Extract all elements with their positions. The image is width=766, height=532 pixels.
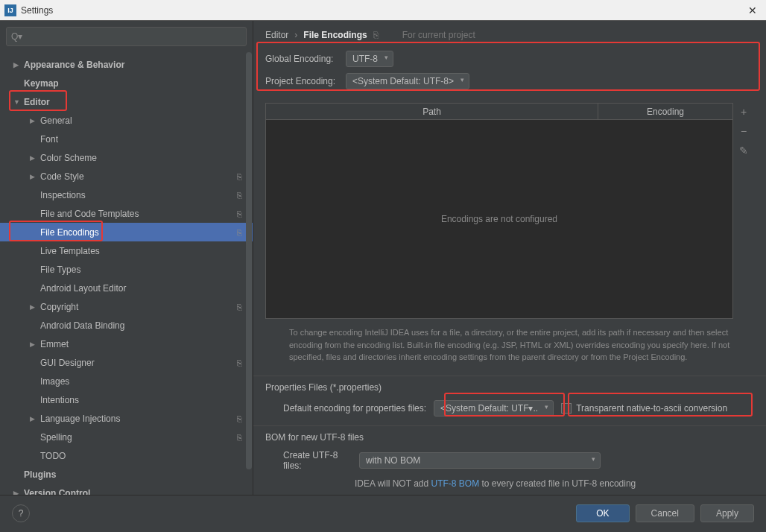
tree-item-android-data-binding[interactable]: Android Data Binding bbox=[0, 316, 253, 335]
search-input[interactable]: Q▾ bbox=[6, 27, 247, 46]
footer: ? OK Cancel Apply bbox=[0, 495, 766, 531]
tree-item-label: Android Layout Editor bbox=[40, 283, 126, 294]
tree-item-color-scheme[interactable]: ▶Color Scheme bbox=[0, 148, 253, 167]
transparent-ascii-checkbox[interactable]: Transparent native-to-ascii conversion bbox=[561, 403, 727, 414]
search-icon: Q▾ bbox=[11, 31, 22, 42]
utf8-bom-link[interactable]: UTF-8 BOM bbox=[431, 478, 479, 489]
arrow-icon: ▶ bbox=[30, 303, 37, 311]
tree-item-gui-designer[interactable]: GUI Designer⎘ bbox=[0, 353, 253, 372]
tree-item-editor[interactable]: ▼Editor bbox=[0, 92, 253, 111]
bom-section-title: BOM for new UTF-8 files bbox=[253, 425, 766, 446]
tree-item-live-templates[interactable]: Live Templates bbox=[0, 241, 253, 260]
tree-item-label: Spelling bbox=[40, 432, 72, 443]
help-button[interactable]: ? bbox=[12, 504, 30, 522]
breadcrumb-editor: Editor bbox=[265, 30, 288, 40]
tree-item-keymap[interactable]: Keymap bbox=[0, 74, 253, 92]
copy-icon: ⎘ bbox=[237, 358, 242, 367]
minus-icon[interactable]: − bbox=[741, 125, 747, 137]
copy-icon: ⎘ bbox=[237, 209, 242, 218]
tree-item-file-encodings[interactable]: File Encodings⎘ bbox=[0, 223, 253, 241]
project-encoding-dropdown[interactable]: <System Default: UTF-8> bbox=[346, 73, 469, 89]
tree-item-todo[interactable]: TODO bbox=[0, 446, 253, 465]
copy-icon: ⎘ bbox=[237, 172, 242, 181]
tree-item-label: Images bbox=[40, 376, 69, 387]
tree-item-label: Inspections bbox=[40, 190, 86, 200]
breadcrumb: Editor › File Encodings ⎘ For current pr… bbox=[253, 21, 766, 46]
app-icon: IJ bbox=[4, 4, 16, 16]
tree-item-label: Live Templates bbox=[40, 246, 100, 256]
tree-item-intentions[interactable]: Intentions bbox=[0, 390, 253, 409]
tree-item-label: General bbox=[40, 115, 72, 126]
apply-button[interactable]: Apply bbox=[700, 504, 754, 522]
tree-item-label: Android Data Binding bbox=[40, 320, 124, 331]
tree-item-general[interactable]: ▶General bbox=[0, 111, 253, 130]
copy-icon: ⎘ bbox=[237, 191, 242, 200]
tree-item-images[interactable]: Images bbox=[0, 372, 253, 390]
th-encoding[interactable]: Encoding bbox=[598, 104, 732, 119]
tree-item-label: Plugins bbox=[24, 469, 56, 480]
close-icon[interactable]: ✕ bbox=[744, 4, 762, 16]
encodings-table: Path Encoding Encodings are not configur… bbox=[265, 103, 733, 319]
cancel-button[interactable]: Cancel bbox=[636, 504, 694, 522]
tree-item-spelling[interactable]: Spelling⎘ bbox=[0, 428, 253, 446]
titlebar: IJ Settings ✕ bbox=[0, 0, 766, 21]
arrow-icon: ▶ bbox=[13, 490, 21, 495]
tree-item-label: File Types bbox=[40, 265, 80, 275]
global-encoding-label: Global Encoding: bbox=[265, 54, 346, 64]
table-toolbar: + − ✎ bbox=[733, 103, 754, 319]
tree-item-label: Language Injections bbox=[40, 414, 120, 424]
tree-item-android-layout-editor[interactable]: Android Layout Editor bbox=[0, 279, 253, 297]
tree-item-version-control[interactable]: ▶Version Control bbox=[0, 484, 253, 495]
tree-item-label: Keymap bbox=[24, 78, 59, 89]
ok-button[interactable]: OK bbox=[576, 504, 629, 522]
sidebar: Q▾ ▶Appearance & BehaviorKeymap▼Editor▶G… bbox=[0, 21, 253, 495]
global-encoding-dropdown[interactable]: UTF-8 bbox=[346, 51, 393, 67]
copy-icon: ⎘ bbox=[237, 228, 242, 237]
copy-icon: ⎘ bbox=[237, 303, 242, 311]
window-title: Settings bbox=[21, 5, 744, 16]
tree-item-emmet[interactable]: ▶Emmet bbox=[0, 335, 253, 353]
breadcrumb-file-encodings: File Encodings bbox=[303, 30, 367, 40]
tree-item-code-style[interactable]: ▶Code Style⎘ bbox=[0, 167, 253, 186]
tree-item-label: Code Style bbox=[40, 171, 84, 182]
tree-item-file-types[interactable]: File Types bbox=[0, 260, 253, 279]
arrow-icon: ▶ bbox=[30, 154, 37, 162]
tree-item-label: Editor bbox=[24, 97, 50, 107]
arrow-icon: ▶ bbox=[13, 61, 21, 69]
tree-item-inspections[interactable]: Inspections⎘ bbox=[0, 186, 253, 204]
tree-item-label: GUI Designer bbox=[40, 358, 95, 368]
properties-encoding-label: Default encoding for properties files: bbox=[283, 403, 426, 414]
th-path[interactable]: Path bbox=[266, 104, 598, 119]
tree-item-label: Color Scheme bbox=[40, 153, 97, 163]
bom-note: IDEA will NOT add UTF-8 BOM to every cre… bbox=[253, 475, 766, 493]
create-utf8-label: Create UTF-8 files: bbox=[283, 450, 352, 471]
tree-item-label: Font bbox=[40, 134, 58, 145]
tree-item-language-injections[interactable]: ▶Language Injections⎘ bbox=[0, 409, 253, 428]
arrow-icon: ▶ bbox=[30, 415, 37, 422]
settings-tree: ▶Appearance & BehaviorKeymap▼Editor▶Gene… bbox=[0, 52, 253, 495]
sidebar-scrollbar[interactable] bbox=[245, 52, 253, 495]
help-text: To change encoding IntelliJ IDEA uses fo… bbox=[253, 319, 766, 371]
properties-encoding-dropdown[interactable]: <System Default: UTF▾.. bbox=[434, 400, 554, 417]
tree-item-appearance-behavior[interactable]: ▶Appearance & Behavior bbox=[0, 55, 253, 74]
content-panel: Editor › File Encodings ⎘ For current pr… bbox=[253, 21, 766, 495]
tree-item-label: File and Code Templates bbox=[40, 209, 139, 219]
tree-item-plugins[interactable]: Plugins bbox=[0, 465, 253, 484]
plus-icon[interactable]: + bbox=[741, 106, 747, 118]
for-current-project: For current project bbox=[402, 30, 475, 40]
tree-item-label: File Encodings bbox=[40, 227, 99, 238]
arrow-icon: ▶ bbox=[30, 341, 37, 348]
edit-icon[interactable]: ✎ bbox=[739, 145, 748, 156]
chevron-right-icon: › bbox=[294, 30, 297, 40]
copy-icon: ⎘ bbox=[237, 414, 242, 423]
tree-item-copyright[interactable]: ▶Copyright⎘ bbox=[0, 297, 253, 316]
tree-item-label: Emmet bbox=[40, 339, 69, 349]
tree-item-font[interactable]: Font bbox=[0, 130, 253, 148]
tree-item-file-and-code-templates[interactable]: File and Code Templates⎘ bbox=[0, 204, 253, 223]
tree-item-label: Version Control bbox=[24, 488, 90, 495]
tree-item-label: TODO bbox=[40, 451, 66, 461]
tree-item-label: Copyright bbox=[40, 302, 78, 312]
checkbox-icon bbox=[561, 403, 572, 414]
copy-icon: ⎘ bbox=[373, 30, 379, 40]
create-utf8-dropdown[interactable]: with NO BOM bbox=[359, 452, 601, 469]
